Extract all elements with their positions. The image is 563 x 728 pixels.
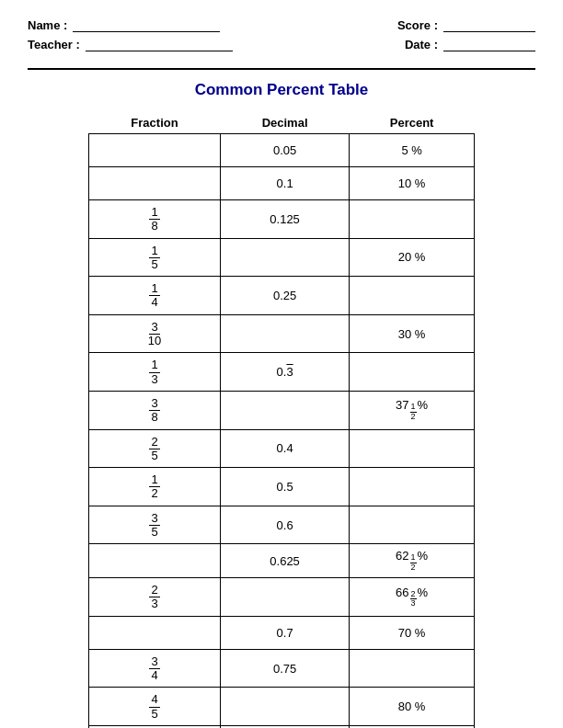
table-row: 4 5 80 % (89, 688, 475, 726)
table-row: 1 4 0.25 (89, 277, 475, 315)
fraction-display: 4 5 (149, 693, 159, 721)
date-label: Date : (405, 38, 438, 51)
cell-fraction-1 (89, 167, 221, 200)
name-field: Name : (28, 18, 220, 32)
col-fraction: Fraction (89, 112, 221, 134)
cell-fraction-12: 2 3 (89, 578, 221, 617)
cell-decimal-11: 0.625 (221, 544, 350, 578)
table-row: 0.770 % (89, 616, 475, 649)
cell-percent-15: 80 % (350, 688, 475, 726)
fraction-display: 1 4 (149, 282, 159, 310)
table-row: 1 2 0.5 (89, 468, 475, 506)
fraction-display: 3 5 (149, 512, 159, 540)
table-row: 3 8 3712% (89, 391, 475, 429)
table-row: 2 3 6623% (89, 578, 475, 617)
cell-percent-10 (350, 506, 475, 544)
header-row-2: Teacher : Date : (28, 38, 535, 51)
fraction-display: 3 4 (149, 655, 159, 683)
cell-fraction-0 (89, 134, 221, 167)
fraction-display: 1 5 (149, 245, 159, 272)
cell-decimal-2: 0.125 (221, 200, 350, 239)
cell-percent-8 (350, 429, 475, 468)
cell-percent-11: 6212% (350, 544, 475, 578)
header-row-1: Name : Score : (28, 18, 535, 32)
cell-decimal-13: 0.7 (221, 616, 350, 649)
header-divider (28, 68, 535, 70)
fraction-display: 2 3 (149, 584, 159, 611)
cell-percent-4 (350, 277, 475, 315)
cell-fraction-6: 1 3 (89, 353, 221, 392)
percent-table: Fraction Decimal Percent 0.055 %0.110 % … (88, 112, 475, 728)
cell-decimal-15 (221, 688, 350, 726)
score-field: Score : (397, 18, 535, 32)
cell-decimal-0: 0.05 (221, 134, 350, 167)
table-row: 2 5 0.4 (89, 429, 475, 468)
cell-percent-1: 10 % (350, 167, 475, 200)
cell-decimal-3 (221, 238, 350, 277)
name-line (73, 19, 220, 32)
fraction-display: 1 2 (149, 473, 159, 501)
cell-decimal-10: 0.6 (221, 506, 350, 544)
cell-decimal-4: 0.25 (221, 277, 350, 315)
fraction-display: 1 3 (149, 358, 159, 386)
cell-percent-14 (350, 649, 475, 688)
cell-percent-5: 30 % (350, 314, 475, 353)
cell-decimal-7 (221, 391, 350, 429)
cell-fraction-9: 1 2 (89, 468, 221, 506)
cell-fraction-10: 3 5 (89, 506, 221, 544)
cell-percent-12: 6623% (350, 578, 475, 617)
cell-decimal-6: 0.3 (221, 353, 350, 392)
page-title: Common Percent Table (28, 81, 535, 99)
date-line (443, 39, 535, 51)
table-row: 0.6256212% (89, 544, 475, 578)
col-percent: Percent (350, 112, 475, 134)
table-row: 3 4 0.75 (89, 649, 475, 688)
table-container: Fraction Decimal Percent 0.055 %0.110 % … (28, 112, 535, 728)
fraction-display: 3 10 (146, 321, 163, 348)
cell-percent-6 (350, 353, 475, 392)
cell-percent-13: 70 % (350, 616, 475, 649)
table-row: 3 5 0.6 (89, 506, 475, 544)
teacher-field: Teacher : (28, 38, 233, 51)
cell-percent-2 (350, 200, 475, 239)
fraction-display: 2 5 (149, 436, 159, 463)
score-label: Score : (397, 18, 438, 32)
cell-percent-3: 20 % (350, 238, 475, 277)
fraction-display: 1 8 (149, 206, 159, 233)
table-row: 1 8 0.125 (89, 200, 475, 239)
date-field: Date : (405, 38, 535, 51)
name-label: Name : (28, 18, 67, 32)
cell-fraction-2: 1 8 (89, 200, 221, 239)
cell-fraction-15: 4 5 (89, 688, 221, 726)
cell-fraction-8: 2 5 (89, 429, 221, 468)
cell-decimal-1: 0.1 (221, 167, 350, 200)
cell-fraction-14: 3 4 (89, 649, 221, 688)
cell-fraction-3: 1 5 (89, 238, 221, 277)
table-row: 3 10 30 % (89, 314, 475, 353)
cell-decimal-9: 0.5 (221, 468, 350, 506)
table-body: 0.055 %0.110 % 1 8 0.125 1 5 20 % 1 4 0.… (89, 134, 475, 729)
teacher-line (86, 39, 233, 51)
table-row: 1 3 0.3 (89, 353, 475, 392)
cell-decimal-8: 0.4 (221, 429, 350, 468)
cell-fraction-13 (89, 616, 221, 649)
cell-percent-7: 3712% (350, 391, 475, 429)
teacher-label: Teacher : (28, 38, 80, 51)
cell-percent-9 (350, 468, 475, 506)
cell-percent-0: 5 % (350, 134, 475, 167)
table-row: 0.110 % (89, 167, 475, 200)
table-row: 1 5 20 % (89, 238, 475, 277)
cell-fraction-7: 3 8 (89, 391, 221, 429)
table-header-row: Fraction Decimal Percent (89, 112, 475, 134)
cell-fraction-5: 3 10 (89, 314, 221, 353)
cell-decimal-14: 0.75 (221, 649, 350, 688)
cell-decimal-5 (221, 314, 350, 353)
cell-fraction-11 (89, 544, 221, 578)
header-section: Name : Score : Teacher : Date : (28, 18, 535, 51)
cell-decimal-12 (221, 578, 350, 617)
cell-fraction-4: 1 4 (89, 277, 221, 315)
col-decimal: Decimal (221, 112, 350, 134)
table-row: 0.055 % (89, 134, 475, 167)
score-line (443, 19, 535, 32)
fraction-display: 3 8 (149, 397, 159, 425)
